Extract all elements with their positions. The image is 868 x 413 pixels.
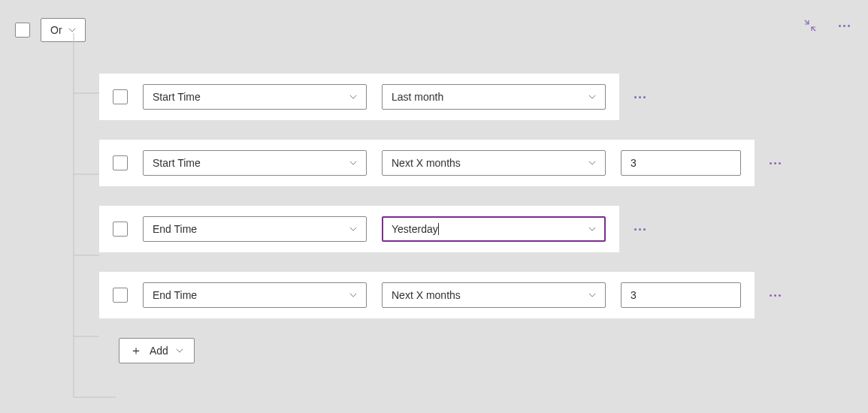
condition-row: Start Time Last month	[99, 74, 619, 120]
add-button[interactable]: ＋ Add	[119, 338, 195, 363]
operator-label: Next X months	[392, 157, 461, 169]
field-dropdown[interactable]: Start Time	[143, 150, 367, 176]
chevron-down-icon	[349, 93, 357, 101]
value-input[interactable]: 3	[621, 282, 741, 308]
plus-icon: ＋	[130, 345, 142, 357]
chevron-down-icon	[588, 93, 596, 101]
field-label: Start Time	[153, 91, 201, 103]
operator-dropdown[interactable]: Next X months	[382, 150, 606, 176]
group-more-icon[interactable]	[836, 22, 853, 30]
field-label: Start Time	[153, 157, 201, 169]
row-more-icon[interactable]	[767, 291, 784, 300]
chevron-down-icon	[349, 291, 357, 299]
chevron-down-icon	[349, 159, 357, 167]
group-checkbox[interactable]	[15, 23, 30, 38]
condition-row: Start Time Next X months 3	[99, 140, 755, 186]
operator-label: Next X months	[392, 289, 461, 301]
operator-dropdown[interactable]: Yesterday	[382, 216, 606, 242]
row-checkbox[interactable]	[113, 89, 128, 104]
operator-label: Yesterday	[392, 223, 439, 235]
value-text: 3	[631, 157, 637, 169]
operator-dropdown[interactable]: Last month	[382, 84, 606, 110]
field-dropdown[interactable]: End Time	[143, 216, 367, 242]
field-label: End Time	[153, 223, 197, 235]
condition-row: End Time Yesterday	[99, 206, 619, 252]
row-checkbox[interactable]	[113, 155, 128, 170]
value-input[interactable]: 3	[621, 150, 741, 176]
condition-row: End Time Next X months 3	[99, 272, 755, 318]
operator-label: Last month	[392, 91, 443, 103]
chevron-down-icon	[176, 347, 183, 354]
value-text: 3	[631, 289, 637, 301]
chevron-down-icon	[349, 225, 357, 233]
add-label: Add	[150, 345, 168, 357]
field-dropdown[interactable]: End Time	[143, 282, 367, 308]
row-more-icon[interactable]	[631, 93, 649, 101]
svg-line-0	[805, 20, 809, 24]
chevron-down-icon	[588, 225, 596, 233]
chevron-down-icon	[588, 291, 596, 299]
collapse-icon[interactable]	[803, 18, 818, 33]
operator-dropdown[interactable]: Next X months	[382, 282, 606, 308]
group-operator-label: Or	[50, 24, 62, 36]
svg-line-1	[812, 27, 815, 31]
row-more-icon[interactable]	[767, 159, 784, 167]
field-dropdown[interactable]: Start Time	[143, 84, 367, 110]
row-checkbox[interactable]	[113, 288, 128, 303]
row-checkbox[interactable]	[113, 222, 128, 237]
chevron-down-icon	[588, 159, 596, 167]
row-more-icon[interactable]	[631, 225, 649, 234]
field-label: End Time	[153, 289, 197, 301]
